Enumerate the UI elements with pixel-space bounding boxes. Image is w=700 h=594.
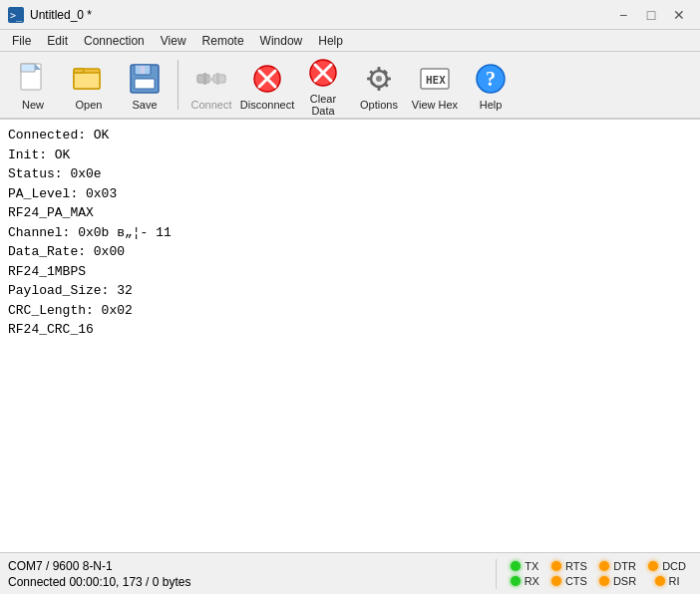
dtr-indicator: DTR bbox=[599, 560, 636, 572]
dtr-label: DTR bbox=[613, 560, 636, 572]
help-button[interactable]: ? Help bbox=[464, 56, 518, 114]
ri-label: RI bbox=[669, 575, 680, 587]
svg-rect-32 bbox=[383, 70, 389, 76]
svg-rect-10 bbox=[135, 79, 155, 89]
terminal-line-1: Init: OK bbox=[8, 148, 70, 162]
tx-indicator: TX bbox=[511, 560, 538, 572]
svg-rect-14 bbox=[203, 73, 206, 85]
svg-rect-26 bbox=[378, 86, 381, 91]
status-col-dcdri: DCD RI bbox=[642, 560, 692, 587]
svg-rect-15 bbox=[216, 73, 219, 85]
save-label: Save bbox=[132, 99, 157, 111]
tx-label: TX bbox=[525, 560, 538, 572]
menu-window[interactable]: Window bbox=[252, 32, 311, 50]
svg-rect-6 bbox=[74, 73, 100, 89]
rts-led bbox=[551, 561, 561, 571]
help-label: Help bbox=[480, 99, 503, 111]
new-button[interactable]: New bbox=[6, 56, 60, 114]
svg-rect-28 bbox=[386, 78, 391, 81]
menu-file[interactable]: File bbox=[4, 32, 39, 50]
clear-data-button[interactable]: Clear Data bbox=[296, 56, 350, 114]
terminal-line-5: Channel: 0x0b в„¦- 11 bbox=[8, 225, 172, 240]
terminal-line-0: Connected: OK bbox=[8, 128, 109, 143]
svg-rect-30 bbox=[383, 82, 389, 88]
cts-led bbox=[551, 576, 561, 586]
dsr-led bbox=[599, 576, 609, 586]
main-content: Connected: OK Init: OK Status: 0x0e PA_L… bbox=[0, 120, 700, 552]
rts-label: RTS bbox=[565, 560, 587, 572]
connect-icon bbox=[193, 61, 229, 97]
open-label: Open bbox=[76, 99, 103, 111]
terminal-line-10: RF24_CRC_16 bbox=[8, 322, 94, 337]
view-hex-label: View Hex bbox=[412, 99, 458, 111]
terminal-line-9: CRC_Length: 0x02 bbox=[8, 303, 133, 318]
rts-indicator: RTS bbox=[551, 560, 587, 572]
terminal-line-2: Status: 0x0e bbox=[8, 166, 102, 181]
dcd-label: DCD bbox=[662, 560, 686, 572]
menu-help[interactable]: Help bbox=[310, 32, 351, 50]
ri-led bbox=[655, 576, 665, 586]
dtr-led bbox=[599, 561, 609, 571]
status-right: TX RX RTS CTS DTR DSR bbox=[497, 560, 700, 587]
svg-point-24 bbox=[376, 76, 382, 82]
clear-data-icon bbox=[305, 55, 341, 91]
disconnect-label: Disconnect bbox=[240, 99, 294, 111]
svg-rect-16 bbox=[208, 78, 214, 81]
connection-info: Connected 00:00:10, 173 / 0 bytes bbox=[8, 575, 488, 589]
menu-bar: File Edit Connection View Remote Window … bbox=[0, 30, 700, 52]
status-bar: COM7 / 9600 8-N-1 Connected 00:00:10, 17… bbox=[0, 552, 700, 594]
connect-button[interactable]: Connect bbox=[184, 56, 238, 114]
toolbar-separator-1 bbox=[177, 60, 178, 110]
view-hex-icon: HEX bbox=[417, 61, 453, 97]
terminal-line-7: RF24_1MBPS bbox=[8, 264, 86, 279]
svg-text:>_: >_ bbox=[10, 10, 23, 22]
close-button[interactable]: ✕ bbox=[666, 4, 692, 26]
save-icon bbox=[127, 61, 163, 97]
dsr-indicator: DSR bbox=[599, 575, 636, 587]
status-left: COM7 / 9600 8-N-1 Connected 00:00:10, 17… bbox=[0, 559, 497, 589]
maximize-button[interactable]: □ bbox=[638, 4, 664, 26]
dcd-led bbox=[648, 561, 658, 571]
options-icon bbox=[361, 61, 397, 97]
svg-text:?: ? bbox=[486, 68, 496, 90]
terminal[interactable]: Connected: OK Init: OK Status: 0x0e PA_L… bbox=[0, 120, 700, 552]
ri-indicator: RI bbox=[655, 575, 680, 587]
svg-rect-29 bbox=[369, 70, 375, 76]
svg-rect-25 bbox=[378, 67, 381, 72]
terminal-line-6: Data_Rate: 0x00 bbox=[8, 244, 125, 259]
svg-rect-27 bbox=[367, 78, 372, 81]
svg-text:HEX: HEX bbox=[426, 74, 446, 87]
cts-label: CTS bbox=[565, 575, 587, 587]
title-text: Untitled_0 * bbox=[30, 8, 92, 22]
new-label: New bbox=[22, 99, 44, 111]
menu-connection[interactable]: Connection bbox=[76, 32, 153, 50]
open-button[interactable]: Open bbox=[62, 56, 116, 114]
view-hex-button[interactable]: HEX View Hex bbox=[408, 56, 462, 114]
options-label: Options bbox=[360, 99, 398, 111]
dcd-indicator: DCD bbox=[648, 560, 686, 572]
status-col-txrx: TX RX bbox=[505, 560, 545, 587]
title-controls: − □ ✕ bbox=[610, 4, 692, 26]
save-button[interactable]: Save bbox=[118, 56, 172, 114]
svg-rect-11 bbox=[141, 66, 145, 74]
connect-label: Connect bbox=[191, 99, 232, 111]
help-icon: ? bbox=[473, 61, 509, 97]
status-col-rtscts: RTS CTS bbox=[545, 560, 593, 587]
menu-edit[interactable]: Edit bbox=[39, 32, 76, 50]
dsr-label: DSR bbox=[613, 575, 636, 587]
cts-indicator: CTS bbox=[551, 575, 587, 587]
clear-data-label: Clear Data bbox=[298, 93, 348, 117]
menu-view[interactable]: View bbox=[153, 32, 194, 50]
menu-remote[interactable]: Remote bbox=[194, 32, 252, 50]
disconnect-button[interactable]: Disconnect bbox=[240, 56, 294, 114]
options-button[interactable]: Options bbox=[352, 56, 406, 114]
title-bar: >_ Untitled_0 * − □ ✕ bbox=[0, 0, 700, 30]
rx-label: RX bbox=[525, 575, 539, 587]
rx-indicator: RX bbox=[511, 575, 539, 587]
terminal-line-3: PA_Level: 0x03 bbox=[8, 186, 117, 201]
status-col-dtrdsr: DTR DSR bbox=[593, 560, 642, 587]
terminal-line-4: RF24_PA_MAX bbox=[8, 205, 94, 220]
title-left: >_ Untitled_0 * bbox=[8, 7, 92, 23]
minimize-button[interactable]: − bbox=[610, 4, 636, 26]
tx-led bbox=[511, 561, 521, 571]
